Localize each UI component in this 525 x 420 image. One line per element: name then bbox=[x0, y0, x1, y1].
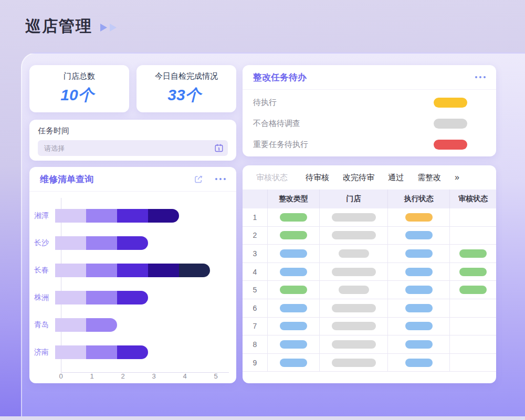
status-pill bbox=[405, 286, 433, 294]
store-cell[interactable] bbox=[320, 299, 388, 318]
share-export-icon[interactable] bbox=[193, 174, 204, 184]
bar-segment bbox=[117, 345, 148, 359]
store-cell[interactable] bbox=[320, 281, 388, 299]
table-header-cell: 执行状态 bbox=[388, 190, 450, 208]
status-pill bbox=[280, 340, 307, 349]
row-number-cell[interactable]: 9 bbox=[243, 354, 268, 372]
status-pill bbox=[405, 340, 433, 349]
execution-status-cell[interactable] bbox=[388, 354, 450, 372]
bar-track bbox=[55, 291, 148, 304]
bar-segment bbox=[148, 264, 179, 277]
calendar-icon[interactable] bbox=[214, 143, 224, 153]
bar-segment bbox=[117, 264, 148, 277]
rectification-type-cell[interactable] bbox=[268, 227, 320, 245]
chart-category-label: 湘潭 bbox=[29, 211, 55, 220]
rectification-type-cell[interactable] bbox=[268, 208, 320, 227]
status-pill bbox=[434, 119, 467, 129]
execution-status-cell[interactable] bbox=[388, 227, 450, 245]
chart-category-label: 青岛 bbox=[29, 320, 55, 330]
tab-待审核[interactable]: 待审核 bbox=[306, 173, 329, 183]
tab-通过[interactable]: 通过 bbox=[388, 173, 404, 183]
row-number-cell[interactable]: 3 bbox=[243, 245, 268, 263]
rectification-type-cell[interactable] bbox=[268, 281, 320, 299]
more-ellipsis-icon[interactable] bbox=[475, 76, 486, 78]
store-cell[interactable] bbox=[320, 208, 388, 227]
todo-item[interactable]: 重要任务待执行 bbox=[243, 134, 496, 155]
status-pill bbox=[339, 286, 369, 294]
chart-category-label: 济南 bbox=[29, 348, 55, 357]
rectification-type-cell[interactable] bbox=[268, 335, 320, 354]
status-pill bbox=[434, 140, 467, 150]
execution-status-cell[interactable] bbox=[388, 299, 450, 318]
row-number-cell[interactable]: 4 bbox=[243, 263, 268, 281]
row-number-cell[interactable]: 7 bbox=[243, 318, 268, 336]
review-status-cell[interactable] bbox=[450, 318, 496, 336]
task-time-date-input[interactable] bbox=[38, 140, 228, 156]
status-pill bbox=[280, 359, 307, 367]
execution-status-cell[interactable] bbox=[388, 263, 450, 281]
execution-status-cell[interactable] bbox=[388, 208, 450, 227]
todo-item[interactable]: 待执行 bbox=[243, 92, 496, 113]
review-status-table-card: 审核状态 待审核改完待审通过需整改 » 整改类型门店执行状态审核状态123456… bbox=[243, 165, 496, 383]
table-header-cell: 审核状态 bbox=[450, 190, 496, 208]
rectification-type-cell[interactable] bbox=[268, 263, 320, 281]
store-cell[interactable] bbox=[320, 263, 388, 281]
x-tick-label: 2 bbox=[121, 372, 124, 380]
tab-需整改[interactable]: 需整改 bbox=[417, 173, 441, 183]
bar-segment bbox=[86, 345, 117, 359]
x-tick-label: 4 bbox=[183, 372, 186, 380]
page-header: 巡店管理 bbox=[25, 16, 117, 37]
todo-item-label: 不合格待调查 bbox=[253, 119, 300, 129]
review-status-cell[interactable] bbox=[450, 208, 496, 227]
store-cell[interactable] bbox=[320, 318, 388, 336]
bar-segment bbox=[179, 264, 210, 277]
review-status-cell[interactable] bbox=[450, 263, 496, 281]
store-cell[interactable] bbox=[320, 335, 388, 354]
status-pill bbox=[405, 231, 433, 239]
repair-bar-chart: 湘潭长沙长春株洲青岛济南 012345 bbox=[29, 202, 236, 375]
store-cell[interactable] bbox=[320, 354, 388, 372]
tabs-more-button[interactable]: » bbox=[455, 173, 459, 182]
rectification-type-cell[interactable] bbox=[268, 299, 320, 318]
review-status-cell[interactable] bbox=[450, 227, 496, 245]
status-pill bbox=[280, 231, 307, 239]
bar-segment bbox=[86, 291, 117, 304]
execution-status-cell[interactable] bbox=[388, 245, 450, 263]
review-status-cell[interactable] bbox=[450, 354, 496, 372]
execution-status-cell[interactable] bbox=[388, 335, 450, 354]
chart-category-label: 长沙 bbox=[29, 238, 55, 248]
rectification-type-cell[interactable] bbox=[268, 318, 320, 336]
table-header-cell: 门店 bbox=[320, 190, 388, 208]
status-pill bbox=[459, 286, 487, 294]
table-header-cell: 整改类型 bbox=[268, 190, 320, 208]
review-status-cell[interactable] bbox=[450, 299, 496, 318]
bar-segment bbox=[117, 236, 148, 250]
todo-items: 待执行不合格待调查重要任务待执行 bbox=[243, 90, 496, 157]
bar-segment bbox=[117, 209, 148, 223]
chart-category-label: 长春 bbox=[29, 266, 55, 275]
bar-segment bbox=[55, 318, 86, 332]
row-number-cell[interactable]: 6 bbox=[243, 299, 268, 318]
review-table: 整改类型门店执行状态审核状态123456789 bbox=[243, 190, 496, 372]
review-status-cell[interactable] bbox=[450, 335, 496, 354]
more-ellipsis-icon[interactable] bbox=[215, 178, 226, 180]
rectification-type-cell[interactable] bbox=[268, 245, 320, 263]
review-status-cell[interactable] bbox=[450, 245, 496, 263]
status-pill bbox=[280, 213, 307, 222]
row-number-cell[interactable]: 2 bbox=[243, 227, 268, 245]
todo-item[interactable]: 不合格待调查 bbox=[243, 113, 496, 134]
bar-segment bbox=[86, 236, 117, 250]
store-cell[interactable] bbox=[320, 245, 388, 263]
store-cell[interactable] bbox=[320, 227, 388, 245]
row-number-cell[interactable]: 1 bbox=[243, 208, 268, 227]
row-number-cell[interactable]: 5 bbox=[243, 281, 268, 299]
status-pill bbox=[405, 213, 433, 222]
x-tick-label: 5 bbox=[214, 372, 217, 380]
rectification-type-cell[interactable] bbox=[268, 354, 320, 372]
execution-status-cell[interactable] bbox=[388, 281, 450, 299]
tab-改完待审[interactable]: 改完待审 bbox=[343, 173, 374, 183]
row-number-cell[interactable]: 8 bbox=[243, 335, 268, 354]
status-pill bbox=[280, 304, 307, 312]
review-status-cell[interactable] bbox=[450, 281, 496, 299]
execution-status-cell[interactable] bbox=[388, 318, 450, 336]
